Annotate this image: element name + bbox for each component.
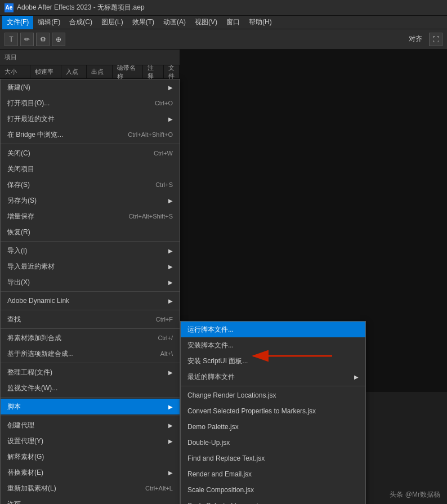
menu-watch-folder[interactable]: 监视文件夹(W)...: [1, 380, 180, 396]
menu-consolidate[interactable]: 整理工程(文件)▶: [1, 364, 180, 380]
menu-save[interactable]: 保存(S)Ctrl+S: [1, 177, 180, 193]
menu-run-script[interactable]: 运行脚本文件...: [181, 322, 365, 337]
script-render-email[interactable]: Render and Email.jsx: [181, 466, 365, 482]
menu-close[interactable]: 关闭(C)Ctrl+W: [1, 145, 180, 161]
menu-bridge-browse[interactable]: 在 Bridge 中浏览...Ctrl+Alt+Shift+O: [1, 127, 180, 142]
menu-license[interactable]: 许可...: [1, 496, 180, 504]
toolbar-clone-tool[interactable]: ⊕: [52, 33, 65, 46]
toolbar-brush-tool[interactable]: ⚙: [36, 33, 50, 46]
menu-create-proxy[interactable]: 创建代理▶: [1, 417, 180, 433]
menu-bar: 文件(F) 编辑(E) 合成(C) 图层(L) 效果(T) 动画(A) 视图(V…: [0, 16, 447, 29]
menu-interpret-footage[interactable]: 解释素材(G): [1, 449, 180, 465]
menu-save-as[interactable]: 另存为(S)▶: [1, 193, 180, 208]
script-find-replace[interactable]: Find and Replace Text.jsx: [181, 451, 365, 466]
menu-file[interactable]: 文件(F): [2, 16, 33, 29]
col-comment: 注释: [143, 65, 164, 78]
toolbar-pen-tool[interactable]: ✏: [20, 33, 34, 46]
project-table-header: 大小 帧速率 入点 出点 磁带名称 注释 文件: [0, 65, 180, 79]
menu-edit[interactable]: 编辑(E): [33, 16, 65, 29]
watermark: 头条 @Mr数据杨: [390, 490, 440, 499]
menu-open[interactable]: 打开项目(O)...Ctrl+O: [1, 95, 180, 111]
sep-8: [1, 416, 180, 416]
script-convert-selected[interactable]: Convert Selected Properties to Markers.j…: [181, 403, 365, 419]
script-change-render[interactable]: Change Render Locations.jsx: [181, 387, 365, 403]
project-panel-title: 项目: [5, 53, 17, 61]
menu-scripts[interactable]: 脚本▶: [1, 399, 180, 414]
menu-new[interactable]: 新建(N)▶: [1, 79, 180, 95]
arrow-indicator: [236, 339, 338, 374]
col-framerate: 帧速率: [30, 65, 61, 78]
menu-set-proxy[interactable]: 设置代理(Y)▶: [1, 433, 180, 449]
menu-composition[interactable]: 合成(C): [65, 16, 97, 29]
sep-5: [1, 328, 180, 329]
menu-import[interactable]: 导入(I)▶: [1, 243, 180, 258]
menu-revert[interactable]: 恢复(R): [1, 224, 180, 240]
file-menu: 新建(N)▶ 打开项目(O)...Ctrl+O 打开最近的文件▶ 在 Bridg…: [0, 79, 180, 504]
menu-view[interactable]: 视图(V): [190, 16, 222, 29]
sep-2: [1, 241, 180, 242]
menu-import-recent[interactable]: 导入最近的素材▶: [1, 258, 180, 274]
menu-new-comp[interactable]: 基于所选项新建合成...Alt+\: [1, 346, 180, 362]
col-size: 大小: [0, 65, 30, 78]
menu-export[interactable]: 导出(X)▶: [1, 274, 180, 290]
sep-6: [1, 363, 180, 363]
window-title: Adobe After Effects 2023 - 无标题项目.aep: [17, 3, 145, 12]
script-sep-1: [181, 386, 365, 386]
menu-animation[interactable]: 动画(A): [159, 16, 190, 29]
sep-1: [1, 144, 180, 144]
col-tape: 磁带名称: [113, 65, 143, 78]
menu-help[interactable]: 帮助(H): [244, 16, 276, 29]
toolbar: T ✏ ⚙ ⊕ 对齐 ⛶: [0, 29, 447, 50]
toolbar-type-tool[interactable]: T: [5, 33, 18, 46]
sep-3: [1, 291, 180, 292]
sep-7: [1, 397, 180, 398]
app-icon: Ae: [5, 3, 14, 12]
menu-add-to-comp[interactable]: 将素材添加到合成Ctrl+/: [1, 330, 180, 346]
col-outpoint: 出点: [87, 65, 113, 78]
menu-close-project[interactable]: 关闭项目: [1, 161, 180, 177]
script-double-up[interactable]: Double-Up.jsx: [181, 435, 365, 451]
menu-replace-footage[interactable]: 替换素材(E)▶: [1, 465, 180, 480]
title-bar: Ae Adobe After Effects 2023 - 无标题项目.aep: [0, 0, 447, 16]
col-file: 文件: [164, 65, 180, 78]
menu-reload-footage[interactable]: 重新加载素材(L)Ctrl+Alt+L: [1, 480, 180, 496]
sep-4: [1, 310, 180, 310]
menu-find[interactable]: 查找Ctrl+F: [1, 311, 180, 327]
watermark-text: 头条 @Mr数据杨: [390, 490, 440, 498]
menu-layer[interactable]: 图层(L): [97, 16, 128, 29]
menu-dynamic-link[interactable]: Adobe Dynamic Link▶: [1, 293, 180, 309]
main-area: 项目 大小 帧速率 入点 出点 磁带名称 注释 文件 新建(N)▶ 打开项目(O…: [0, 50, 447, 504]
script-scale-layers[interactable]: Scale Selected Layers.jsx: [181, 498, 365, 504]
col-inpoint: 入点: [61, 65, 87, 78]
menu-open-recent[interactable]: 打开最近的文件▶: [1, 111, 180, 127]
script-demo-palette[interactable]: Demo Palette.jsx: [181, 419, 365, 435]
script-scale-comp[interactable]: Scale Composition.jsx: [181, 482, 365, 498]
menu-increment-save[interactable]: 增量保存Ctrl+Alt+Shift+S: [1, 208, 180, 224]
toolbar-expand[interactable]: ⛶: [429, 33, 442, 46]
menu-effect[interactable]: 效果(T): [128, 16, 159, 29]
align-label: 对齐: [404, 33, 427, 45]
menu-window[interactable]: 窗口: [222, 16, 244, 29]
